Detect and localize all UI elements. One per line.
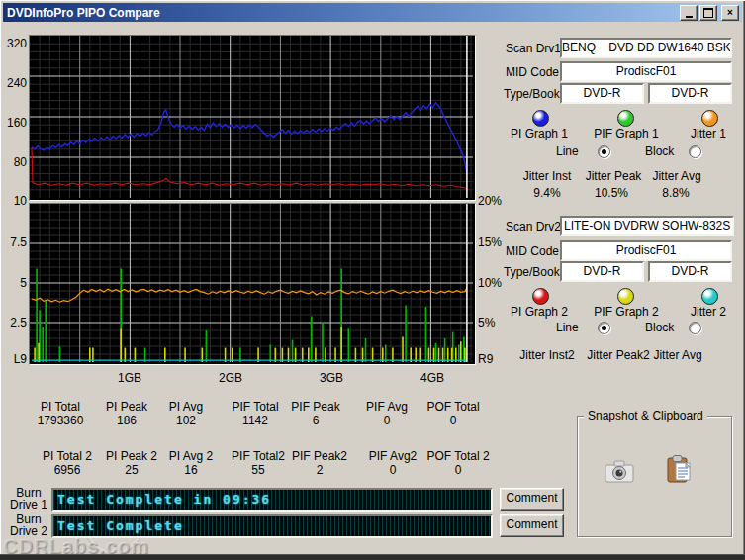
block-2-radio[interactable] [689,322,701,334]
scan-drv2-label: Scan Drv2 [506,220,561,233]
y-axis-label: 10 [1,194,27,208]
y-axis-label-right: 15% [478,235,508,249]
pi-graph-2-label: PI Graph 2 [498,305,581,319]
block-1-radio[interactable] [689,145,701,158]
mid-code1-label: MID Code [506,65,559,79]
y-axis-label: 80 [1,155,27,169]
y-axis-label: 5 [1,276,27,290]
type-book2-label: Type/Book [504,265,560,279]
pif-plot-svg [30,204,473,362]
type2-field-b[interactable]: DVD-R [648,261,732,282]
pi-plot-svg [30,36,473,198]
pif-graph-2-led[interactable] [617,288,634,305]
y-axis-label: 2.5 [1,316,27,329]
type1-field-a[interactable]: DVD-R [560,83,644,104]
close-button[interactable]: × [721,5,739,21]
scan-drv1-field[interactable]: BENQ DVD DD DW1640 BSKB [560,38,732,58]
jitter-avg-label: Jitter Avg [637,169,716,183]
pi-graph-1-label: PI Graph 1 [498,127,581,140]
stat-value: 0 [413,463,504,477]
scan-drv1-label: Scan Drv1 [506,42,561,55]
pif-jitter-plot [29,203,476,365]
line-2-radio[interactable] [598,322,610,334]
minimize-icon [686,16,693,18]
type-book1-label: Type/Book [504,87,560,101]
jitter-1-led[interactable] [701,110,718,127]
maximize-button[interactable] [699,5,717,21]
y-axis-label: 240 [1,76,27,90]
pif-graph-2-label: PIF Graph 2 [585,305,668,319]
dvdinfopro-window: DVDInfoPro PIPO Compare × 320 240 160 80… [0,0,745,560]
scan-drv2-field[interactable]: LITE-ON DVDRW SOHW-832S VS0 [560,216,734,236]
y-axis-label-right: 20% [478,194,508,208]
stat-label: POF Total 2 [413,449,504,463]
clipboard-icon [664,454,694,484]
jitter-inst2-label: Jitter Inst2 [508,348,587,362]
jitter-avg2-label: Jitter Avg [638,348,717,362]
comment-2-button[interactable]: Comment [500,514,564,537]
minimize-button[interactable] [680,5,698,21]
burn-drive1-label-line2: Drive 1 [6,498,51,512]
camera-snapshot-button[interactable] [604,458,635,487]
jitter-2-led[interactable] [701,288,718,305]
window-title: DVDInfoPro PIPO Compare [3,6,160,20]
x-axis-label: 4GB [413,371,452,385]
mid-code2-label: MID Code [506,244,559,258]
comment-1-button[interactable]: Comment [500,488,564,511]
y-axis-label: 7.5 [1,235,27,249]
title-bar[interactable]: DVDInfoPro PIPO Compare × [3,3,742,22]
x-axis-label: 3GB [312,371,351,385]
pi-errors-plot [29,35,476,201]
type1-field-b[interactable]: DVD-R [648,83,732,104]
jitter-1-label: Jitter 1 [667,127,745,140]
y-axis-label: 160 [1,116,27,130]
jitter-2-label: Jitter 2 [667,305,745,319]
mid-code1-field[interactable]: ProdiscF01 [560,61,732,82]
stat-value: 0 [408,414,499,427]
x-axis-label: 1GB [110,371,149,385]
window-bottom-edge [0,554,745,560]
jitter-avg-value: 8.8% [636,186,715,200]
y-axis-label: 320 [1,37,27,50]
pif-graph-1-label: PIF Graph 1 [585,127,668,140]
line-1-radio[interactable] [598,145,610,158]
snapshot-clipboard-group [577,416,732,537]
pif-graph-1-led[interactable] [617,110,634,127]
stat-label: POF Total [408,400,499,414]
line-2-label: Line [556,321,579,334]
snapshot-clipboard-title: Snapshot & Clipboard [584,409,707,422]
block-2-label: Block [645,321,674,334]
pi-graph-2-led[interactable] [532,288,549,305]
camera-icon [604,458,635,484]
line-1-label: Line [556,144,579,158]
copy-to-clipboard-button[interactable] [664,454,694,487]
type2-field-a[interactable]: DVD-R [560,261,644,282]
mid-code2-field[interactable]: ProdiscF01 [560,240,732,261]
y-axis-label-right: R9 [478,352,508,366]
x-axis-label: 2GB [211,371,250,385]
pi-graph-1-led[interactable] [532,110,549,127]
y-axis-label: L9 [1,352,27,366]
block-1-label: Block [645,144,674,158]
burn-drive1-lcd: Test Complete in 09:36 [51,488,493,512]
maximize-icon [703,8,713,18]
